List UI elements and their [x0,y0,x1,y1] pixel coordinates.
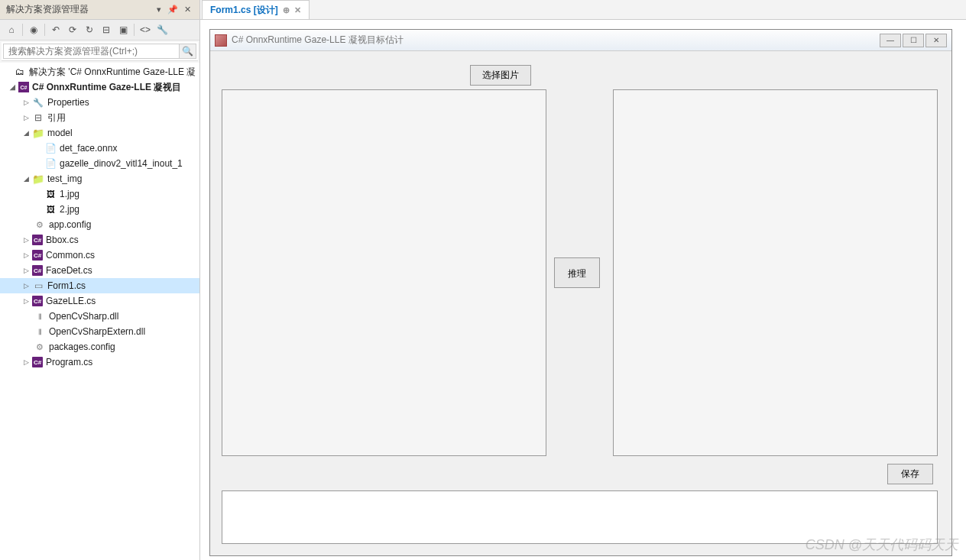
tree-properties[interactable]: ▷ Properties [0,95,199,110]
csharp-icon: C# [32,357,43,367]
tree-file[interactable]: app.config [0,217,199,232]
csharp-icon: C# [32,296,43,306]
chevron-right-icon[interactable]: ▷ [21,266,31,275]
picturebox-input[interactable] [222,89,546,456]
dll-icon [34,325,46,338]
form-designer-surface[interactable]: C# OnnxRuntime Gaze-LLE 凝视目标估计 — ☐ ✕ 选择图… [200,20,966,560]
home-icon[interactable]: ⌂ [4,22,19,37]
close-icon[interactable]: ✕ [294,5,301,15]
tree-file-cs[interactable]: ▷C# Bbox.cs [0,232,199,248]
form-title: C# OnnxRuntime Gaze-LLE 凝视目标估计 [232,34,875,47]
tab-form1-design[interactable]: Form1.cs [设计] ⊕ ✕ [202,0,310,19]
tree-file[interactable]: packages.config [0,339,199,354]
collapse-icon[interactable]: ⊟ [99,22,114,37]
tab-label: Form1.cs [设计] [210,4,278,17]
close-icon[interactable]: ✕ [182,5,193,15]
solution-explorer-panel: 解决方案资源管理器 ▾ 📌 ✕ ⌂ ◉ ↶ ⟳ ↻ ⊟ ▣ <> 🔧 🔍 解决方… [0,0,200,560]
inference-button[interactable]: 推理 [554,257,600,288]
search-input[interactable] [3,44,180,59]
solution-tree[interactable]: 解决方案 'C# OnnxRuntime Gaze-LLE 凝 ◢C# C# O… [0,63,199,560]
panel-title: 解决方案资源管理器 [6,3,89,16]
log-textbox[interactable] [222,490,938,544]
tree-file[interactable]: OpenCvSharpExtern.dll [0,324,199,339]
tree-file-cs[interactable]: ▷C# Common.cs [0,248,199,263]
chevron-right-icon[interactable]: ▷ [21,358,31,367]
properties-icon[interactable]: 🔧 [154,22,170,37]
form-client-area: 选择图片 推理 保存 [210,51,951,555]
picturebox-output[interactable] [613,89,938,456]
chevron-right-icon[interactable]: ▷ [21,296,31,306]
references-icon [32,112,44,124]
chevron-down-icon[interactable]: ◢ [8,83,17,92]
show-all-icon[interactable]: ▣ [115,22,131,37]
chevron-right-icon[interactable]: ▷ [21,98,31,107]
tree-file-cs[interactable]: ▷C# GazeLLE.cs [0,293,199,309]
tree-solution[interactable]: 解决方案 'C# OnnxRuntime Gaze-LLE 凝 [0,64,199,79]
chevron-down-icon[interactable]: ◢ [21,174,31,183]
image-icon [44,203,57,215]
form-titlebar: C# OnnxRuntime Gaze-LLE 凝视目标估计 — ☐ ✕ [210,30,951,51]
dll-icon [34,310,46,322]
solution-icon [14,66,26,78]
config-icon [34,218,46,231]
config-icon [34,341,46,353]
tree-file[interactable]: 2.jpg [0,202,199,217]
search-button[interactable]: 🔍 [180,44,196,59]
file-icon [44,142,57,154]
chevron-right-icon[interactable]: ▷ [21,235,31,244]
document-area: Form1.cs [设计] ⊕ ✕ C# OnnxRuntime Gaze-LL… [200,0,966,560]
tree-file-cs[interactable]: ▷C# FaceDet.cs [0,263,199,278]
minimize-button[interactable]: — [880,34,901,47]
file-icon [44,157,57,170]
search-container: 🔍 [2,42,198,61]
form-app-icon [215,34,227,47]
pin-icon[interactable]: ⊕ [283,5,290,15]
folder-icon [32,127,44,139]
csharp-icon: C# [32,265,43,276]
tree-file[interactable]: OpenCvSharp.dll [0,309,199,324]
tree-file[interactable]: det_face.onnx [0,141,199,156]
code-icon[interactable]: <> [138,22,153,37]
sync-icon[interactable]: ⟳ [65,22,80,37]
tree-folder-testimg[interactable]: ◢ test_img [0,171,199,186]
csharp-icon: C# [32,250,43,261]
form-window[interactable]: C# OnnxRuntime Gaze-LLE 凝视目标估计 — ☐ ✕ 选择图… [209,29,952,556]
dropdown-icon[interactable]: ▾ [154,5,164,15]
history-back-icon[interactable]: ↶ [48,22,63,37]
csharp-icon: C# [32,235,43,245]
scope-icon[interactable]: ◉ [26,22,41,37]
maximize-button[interactable]: ☐ [903,34,924,47]
chevron-right-icon[interactable]: ▷ [21,113,31,122]
form-icon [32,280,44,292]
chevron-down-icon[interactable]: ◢ [21,128,31,138]
tree-file-cs[interactable]: ▷C# Program.cs [0,354,199,370]
tree-project[interactable]: ◢C# C# OnnxRuntime Gaze-LLE 凝视目 [0,79,199,95]
save-button[interactable]: 保存 [887,464,933,484]
close-button[interactable]: ✕ [925,34,947,47]
image-icon [44,188,57,200]
pin-icon[interactable]: 📌 [165,5,180,15]
refresh-icon[interactable]: ↻ [82,22,97,37]
solution-toolbar: ⌂ ◉ ↶ ⟳ ↻ ⊟ ▣ <> 🔧 [0,20,199,40]
folder-icon [32,173,44,185]
tree-file-form1[interactable]: ▷ Form1.cs [0,278,199,293]
tab-bar: Form1.cs [设计] ⊕ ✕ [200,0,966,20]
chevron-right-icon[interactable]: ▷ [21,281,31,290]
tree-references[interactable]: ▷ 引用 [0,110,199,125]
chevron-right-icon[interactable]: ▷ [21,251,31,260]
select-image-button[interactable]: 选择图片 [470,65,531,86]
panel-header: 解决方案资源管理器 ▾ 📌 ✕ [0,0,199,20]
wrench-icon [32,96,44,108]
tree-file[interactable]: gazelle_dinov2_vitl14_inout_1 [0,156,199,171]
tree-file[interactable]: 1.jpg [0,186,199,202]
csproj-icon: C# [18,82,29,92]
tree-folder-model[interactable]: ◢ model [0,125,199,141]
